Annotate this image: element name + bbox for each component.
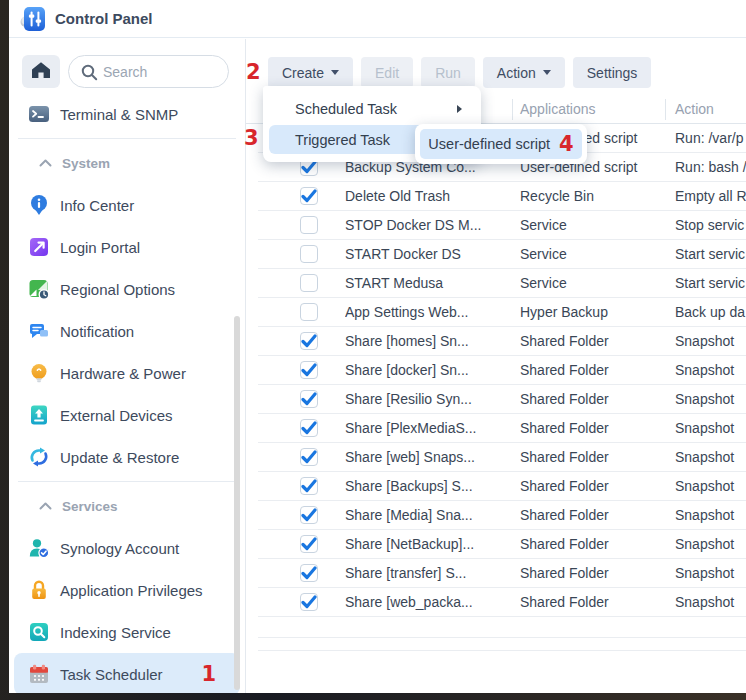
sidebar-item-application-privileges[interactable]: Application Privileges [14, 569, 240, 611]
action-cell: Snapshot [675, 385, 746, 414]
row-checkbox-unchecked[interactable] [300, 274, 318, 292]
task-name-cell: Share [web_packa... [345, 588, 509, 617]
synology-account-icon [28, 537, 50, 559]
group-header-system[interactable]: System [9, 142, 245, 184]
applications-cell: Shared Folder [520, 501, 672, 530]
sidebar-item-label: Hardware & Power [60, 365, 186, 382]
search-input[interactable] [103, 64, 218, 80]
table-row[interactable]: App Settings Web...Hyper BackupBack up d… [258, 298, 746, 327]
chevron-up-icon [38, 158, 53, 168]
menu-item-user-defined-script[interactable]: User-defined script4 [420, 129, 582, 159]
action-cell: Start servic [675, 269, 746, 298]
desktop: { "window": { "title": "Control Panel" }… [0, 0, 746, 700]
sidebar-item-hardware-power[interactable]: Hardware & Power [14, 352, 240, 394]
terminal-icon [28, 103, 50, 125]
applications-cell: Shared Folder [520, 385, 672, 414]
sidebar-item-task-scheduler[interactable]: Task Scheduler1 [14, 653, 240, 693]
applications-cell: Shared Folder [520, 559, 672, 588]
sidebar-divider [18, 481, 236, 482]
row-checkbox-checked[interactable] [300, 390, 318, 408]
applications-cell: Shared Folder [520, 414, 672, 443]
annotation-2: 2 [246, 62, 260, 83]
empty-row-line [258, 650, 746, 651]
sidebar-item-info-center[interactable]: Info Center [14, 184, 240, 226]
sidebar-item-synology-account[interactable]: Synology Account [14, 527, 240, 569]
column-header-action[interactable]: Action [675, 101, 714, 117]
row-checkbox-checked[interactable] [300, 448, 318, 466]
sidebar-item-notification[interactable]: Notification [14, 310, 240, 352]
button-label: Run [435, 65, 461, 81]
submenu-arrow-icon [457, 105, 462, 113]
table-row[interactable]: Share [web] Snaps...Shared FolderSnapsho… [258, 443, 746, 472]
hardware-power-icon [28, 362, 50, 384]
info-center-icon [28, 194, 50, 216]
sidebar: Terminal & SNMPSystemInfo CenterLogin Po… [9, 39, 246, 693]
action-cell: Snapshot [675, 472, 746, 501]
applications-cell: Shared Folder [520, 327, 672, 356]
row-checkbox-unchecked[interactable] [300, 216, 318, 234]
control-panel-window: Control Panel Terminal & SNMPSystemInfo … [9, 0, 746, 693]
task-name-cell: Share [PlexMediaS... [345, 414, 509, 443]
settings-button[interactable]: Settings [573, 57, 652, 88]
table-row[interactable]: Share [docker] Sn...Shared FolderSnapsho… [258, 356, 746, 385]
row-checkbox-checked[interactable] [300, 535, 318, 553]
table-row[interactable]: Share [Resilio Syn...Shared FolderSnapsh… [258, 385, 746, 414]
sidebar-item-regional-options[interactable]: Regional Options [14, 268, 240, 310]
sidebar-item-update-restore[interactable]: Update & Restore [14, 436, 240, 478]
toolbar: 2CreateEditRunActionSettings [246, 39, 746, 88]
table-row[interactable]: Share [NetBackup]...Shared FolderSnapsho… [258, 530, 746, 559]
table-row[interactable]: Delete Old TrashRecycle BinEmpty all R [258, 182, 746, 211]
sidebar-search-row [22, 55, 245, 88]
sidebar-item-indexing-service[interactable]: Indexing Service [14, 611, 240, 653]
home-button[interactable] [22, 55, 60, 88]
table-row[interactable]: Share [PlexMediaS...Shared FolderSnapsho… [258, 414, 746, 443]
row-checkbox-unchecked[interactable] [300, 245, 318, 263]
table-row[interactable]: STOP Docker DS M...ServiceStop servic [258, 211, 746, 240]
applications-cell: Service [520, 240, 672, 269]
table-row[interactable]: START MedusaServiceStart servic [258, 269, 746, 298]
run-button: Run [421, 57, 475, 88]
action-button[interactable]: Action [483, 57, 565, 88]
sidebar-item-label: Synology Account [60, 540, 179, 557]
table-row[interactable]: START Docker DSServiceStart servic [258, 240, 746, 269]
menu-item-scheduled-task[interactable]: Scheduled Task [269, 94, 475, 123]
triggered-task-submenu: User-defined script4 [415, 124, 587, 164]
table-row[interactable]: Share [transfer] S...Shared FolderSnapsh… [258, 559, 746, 588]
button-label: Create [282, 65, 324, 81]
column-divider [665, 99, 666, 120]
home-icon [30, 59, 52, 84]
button-label: Settings [587, 65, 638, 81]
row-checkbox-checked[interactable] [300, 593, 318, 611]
create-button[interactable]: Create [268, 57, 353, 88]
action-cell: Back up da [675, 298, 746, 327]
table-row[interactable]: Share [Media] Sna...Shared FolderSnapsho… [258, 501, 746, 530]
search-icon [80, 63, 98, 81]
row-checkbox-checked[interactable] [300, 506, 318, 524]
search-box[interactable] [68, 55, 229, 88]
row-checkbox-checked[interactable] [300, 419, 318, 437]
task-name-cell: START Docker DS [345, 240, 509, 269]
task-name-cell: Share [web] Snaps... [345, 443, 509, 472]
sidebar-item-label: Info Center [60, 197, 134, 214]
group-header-services[interactable]: Services [9, 485, 245, 527]
action-cell: Run: bash / [675, 153, 746, 182]
table-row[interactable]: Share [homes] Sn...Shared FolderSnapshot [258, 327, 746, 356]
row-checkbox-checked[interactable] [300, 477, 318, 495]
action-cell: Snapshot [675, 356, 746, 385]
column-header-applications[interactable]: Applications [520, 101, 596, 117]
row-checkbox-checked[interactable] [300, 361, 318, 379]
sidebar-item-external-devices[interactable]: External Devices [14, 394, 240, 436]
sidebar-scrollbar-thumb[interactable] [234, 316, 240, 690]
sidebar-item-terminal-snmp[interactable]: Terminal & SNMP [14, 93, 240, 135]
row-checkbox-checked[interactable] [300, 564, 318, 582]
row-checkbox-unchecked[interactable] [300, 303, 318, 321]
task-table-body: User-defined scriptRun: /var/pBackup Sys… [246, 124, 746, 617]
table-row[interactable]: Share [web_packa...Shared FolderSnapshot [258, 588, 746, 617]
row-checkbox-checked[interactable] [300, 332, 318, 350]
sidebar-item-label: Task Scheduler [60, 666, 163, 683]
sidebar-item-login-portal[interactable]: Login Portal [14, 226, 240, 268]
external-devices-icon [28, 404, 50, 426]
row-checkbox-checked[interactable] [300, 187, 318, 205]
task-name-cell: Share [Media] Sna... [345, 501, 509, 530]
table-row[interactable]: Share [Backups] S...Shared FolderSnapsho… [258, 472, 746, 501]
